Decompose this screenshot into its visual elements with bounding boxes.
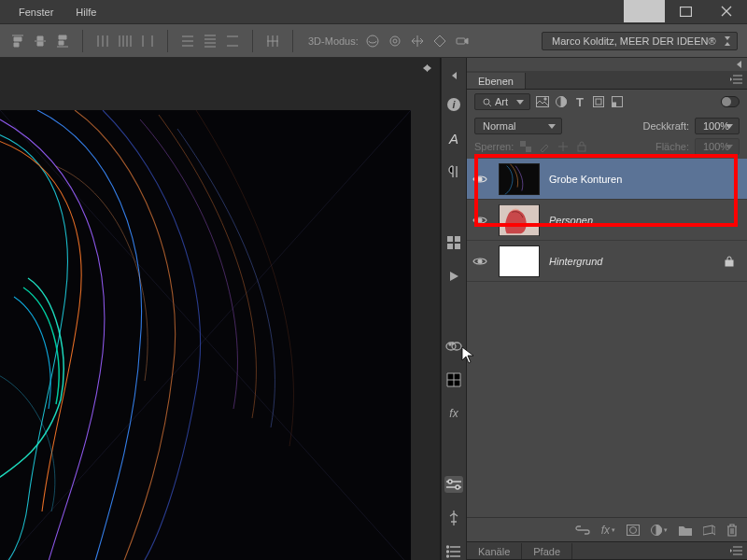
mode-3d-label: 3D-Modus:	[308, 35, 359, 47]
panel-menu-icon[interactable]	[730, 74, 743, 85]
svg-rect-31	[578, 146, 585, 151]
filter-type-dropdown[interactable]: Art	[474, 93, 530, 110]
usb-panel-icon[interactable]	[444, 510, 463, 526]
svg-rect-5	[0, 110, 411, 560]
tab-ebenen[interactable]: Ebenen	[467, 73, 526, 89]
list-panel-icon[interactable]	[444, 543, 463, 560]
distribute-space-icon[interactable]	[264, 33, 281, 49]
new-layer-icon[interactable]	[703, 525, 715, 536]
svg-rect-33	[500, 163, 539, 193]
layer-row-hintergrund[interactable]: Hintergrund	[467, 241, 747, 282]
collapse-right-icon[interactable]	[427, 64, 431, 72]
filter-adjustment-icon[interactable]	[555, 95, 568, 108]
layer-thumbnail[interactable]	[499, 163, 540, 195]
svg-point-21	[484, 99, 489, 105]
lock-paint-icon[interactable]	[538, 140, 551, 153]
grid-panel-icon[interactable]	[444, 371, 463, 388]
3d-slide-icon[interactable]	[431, 33, 448, 49]
layer-mask-icon[interactable]	[627, 525, 640, 536]
channels-paths-panel: Kanäle Pfade	[467, 541, 747, 560]
layer-fx-icon[interactable]: fx	[601, 524, 610, 537]
layer-name: Personen	[549, 215, 593, 226]
svg-point-37	[478, 259, 482, 263]
strip-collapse-icon[interactable]	[452, 72, 457, 79]
visibility-eye-icon[interactable]	[472, 215, 489, 226]
character-panel-icon[interactable]: A	[444, 130, 463, 147]
distribute-v3-icon[interactable]	[224, 33, 241, 49]
layer-filter-row: Art T	[467, 90, 747, 114]
layer-thumbnail[interactable]	[499, 245, 540, 277]
svg-point-32	[478, 177, 482, 181]
blend-mode-dropdown[interactable]: Normal	[474, 118, 562, 134]
svg-rect-0	[680, 7, 691, 16]
swatches-panel-icon[interactable]	[444, 338, 463, 355]
menu-fenster[interactable]: Fenster	[7, 7, 64, 18]
layer-thumbnail[interactable]	[499, 204, 540, 236]
canvas-image	[0, 110, 411, 560]
distribute-v1-icon[interactable]	[179, 33, 196, 49]
3d-rotate-icon[interactable]	[364, 33, 381, 49]
layers-list: Grobe Konturen Personen Hintergrund	[467, 159, 747, 517]
paragraph-panel-icon[interactable]	[444, 163, 463, 180]
info-panel-icon[interactable]: i	[444, 96, 463, 113]
3d-roll-icon[interactable]	[387, 33, 403, 49]
filter-smart-icon[interactable]	[611, 95, 624, 108]
document-canvas[interactable]	[0, 58, 441, 560]
svg-point-3	[393, 39, 397, 43]
fx-panel-icon[interactable]: fx	[444, 405, 463, 422]
lock-all-icon[interactable]	[575, 140, 588, 153]
filter-toggle[interactable]	[721, 96, 740, 107]
lock-move-icon[interactable]	[557, 140, 570, 153]
tab-pfade[interactable]: Pfade	[522, 543, 572, 559]
svg-point-17	[456, 485, 459, 489]
svg-point-19	[447, 551, 449, 553]
distribute-v2-icon[interactable]	[202, 33, 218, 49]
svg-point-23	[544, 98, 546, 100]
svg-rect-29	[520, 141, 526, 147]
link-layers-icon[interactable]	[575, 525, 590, 535]
align-bottom-icon[interactable]	[54, 33, 71, 49]
opacity-label: Deckkraft:	[642, 120, 689, 132]
3d-camera-icon[interactable]	[454, 33, 471, 49]
svg-rect-11	[455, 244, 460, 249]
right-panel-stack: Ebenen Art T Normal Deckkraft: 100% Sper…	[467, 58, 747, 560]
adjustments-panel-icon[interactable]	[444, 476, 463, 493]
trash-icon[interactable]	[726, 524, 738, 537]
align-top-icon[interactable]	[9, 33, 26, 49]
svg-rect-10	[447, 244, 453, 249]
layer-row-personen[interactable]: Personen	[467, 200, 747, 241]
play-icon[interactable]	[444, 268, 463, 285]
svg-point-34	[478, 218, 482, 222]
panel-collapse-icon[interactable]	[737, 61, 741, 68]
svg-rect-8	[447, 236, 453, 242]
workspace-preset-dropdown[interactable]: Marco Kolditz, MEER DER IDEEN®	[542, 32, 738, 50]
filter-image-icon[interactable]	[536, 95, 549, 108]
group-icon[interactable]	[679, 525, 692, 536]
minimize-button[interactable]	[624, 0, 665, 22]
lock-icon	[725, 256, 734, 267]
svg-rect-9	[455, 236, 460, 242]
align-vcenter-icon[interactable]	[32, 33, 49, 49]
layer-row-grobe-konturen[interactable]: Grobe Konturen	[467, 159, 747, 200]
maximize-button[interactable]	[665, 0, 706, 22]
tab-kanaele[interactable]: Kanäle	[467, 543, 522, 559]
panel-menu-icon[interactable]	[730, 545, 743, 556]
close-button[interactable]	[706, 0, 747, 22]
3d-pan-icon[interactable]	[409, 33, 426, 49]
opacity-value[interactable]: 100%	[695, 118, 740, 134]
filter-type-text-icon[interactable]: T	[573, 95, 586, 108]
lock-label-dimmed: Sperren:	[474, 141, 514, 152]
filter-shape-icon[interactable]	[592, 95, 605, 108]
visibility-eye-icon[interactable]	[472, 256, 489, 267]
menu-hilfe[interactable]: Hilfe	[64, 7, 107, 18]
svg-rect-30	[526, 147, 531, 152]
distribute-h2-icon[interactable]	[117, 33, 134, 49]
brush-presets-icon[interactable]	[444, 234, 463, 251]
visibility-eye-icon[interactable]	[472, 174, 489, 185]
options-bar: 3D-Modus: Marco Kolditz, MEER DER IDEEN®	[0, 24, 747, 58]
distribute-h3-icon[interactable]	[139, 33, 156, 49]
distribute-h1-icon[interactable]	[94, 33, 111, 49]
adjustment-layer-icon[interactable]	[651, 525, 662, 536]
lock-pixels-icon[interactable]	[519, 140, 532, 153]
fill-value[interactable]: 100%	[695, 138, 740, 155]
